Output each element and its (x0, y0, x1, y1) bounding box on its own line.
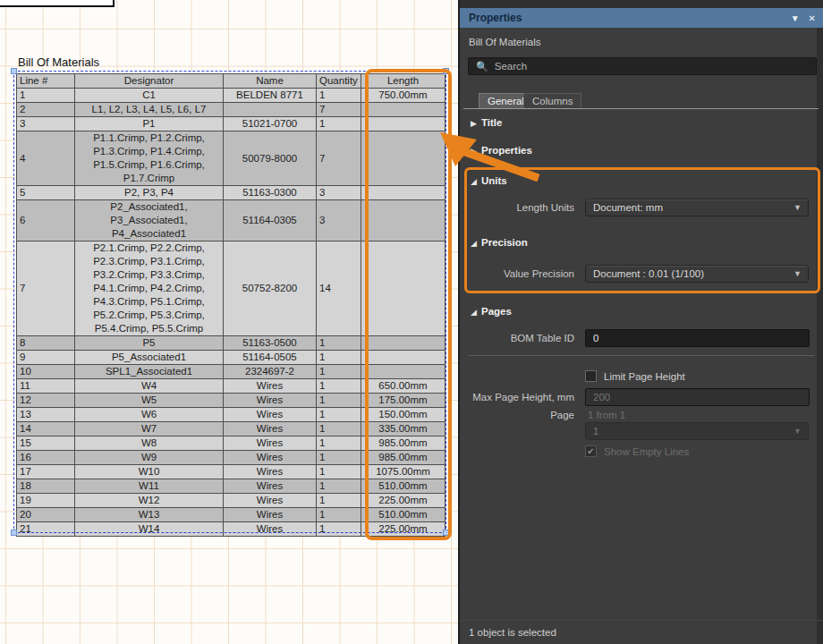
bom-title: Bill Of Materials (18, 55, 99, 69)
selected-object-kind: Bill Of Materials (469, 37, 541, 47)
panel-right-strip (817, 28, 823, 644)
panel-title: Properties (469, 12, 522, 24)
selection-handle[interactable] (11, 68, 17, 74)
tab-divider (463, 108, 819, 109)
selection-handle[interactable] (443, 530, 449, 536)
value-precision-label: Value Precision (460, 268, 574, 279)
drawing-canvas[interactable]: Bill Of Materials Line #DesignatorNameQu… (0, 0, 458, 644)
show-empty-lines-row: ✔ Show Empty Lines (585, 445, 689, 457)
search-input[interactable]: 🔍 Search (468, 57, 817, 75)
limit-page-height-checkbox[interactable]: ✔ (585, 370, 597, 382)
max-page-height-input: 200 (585, 388, 810, 406)
panel-header: Properties ▼ ✕ (460, 8, 823, 28)
tab-columns[interactable]: Columns (523, 93, 581, 108)
search-icon: 🔍 (476, 61, 488, 72)
section-pages[interactable]: ◢Pages (471, 306, 512, 317)
show-empty-lines-label: Show Empty Lines (604, 446, 689, 457)
limit-page-height-row[interactable]: ✔ Limit Page Height (585, 370, 685, 382)
section-precision[interactable]: ◢Precision (471, 237, 528, 248)
panel-close-icon[interactable]: ✕ (809, 13, 816, 23)
page-label: Page (460, 410, 574, 420)
section-properties[interactable]: ▶Properties (471, 145, 532, 156)
show-empty-lines-checkbox: ✔ (585, 445, 597, 457)
value-precision-dropdown[interactable]: Document : 0.01 (1/100) ▼ (585, 265, 809, 283)
pages-divider (469, 355, 814, 356)
chevron-expanded-icon: ◢ (471, 239, 481, 248)
search-placeholder: Search (495, 61, 527, 72)
selection-handle[interactable] (443, 68, 449, 74)
selection-outline[interactable] (13, 71, 446, 533)
chevron-expanded-icon: ◢ (471, 308, 481, 317)
sheet-object-rectangle (0, 0, 115, 7)
selection-handle[interactable] (11, 530, 17, 536)
chevron-right-icon: ▶ (471, 147, 481, 156)
chevron-down-icon: ▼ (793, 203, 802, 212)
panel-status-bar: 1 object is selected (460, 620, 823, 644)
section-title[interactable]: ▶Title (471, 117, 502, 128)
length-units-label: Length Units (460, 202, 574, 213)
bom-table-id-label: BOM Table ID (460, 333, 574, 343)
chevron-right-icon: ▶ (471, 119, 481, 128)
properties-panel: Properties ▼ ✕ Bill Of Materials 🔍 Searc… (458, 0, 823, 644)
panel-menu-caret-icon[interactable]: ▼ (791, 13, 800, 23)
status-text: 1 object is selected (469, 627, 556, 638)
section-units[interactable]: ◢Units (471, 175, 507, 186)
chevron-expanded-icon: ◢ (471, 177, 481, 186)
chevron-down-icon: ▼ (793, 269, 802, 278)
page-info: 1 from 1 (588, 410, 625, 420)
page-dropdown: 1 ▼ (585, 422, 809, 440)
bom-table-id-input[interactable]: 0 (585, 329, 810, 347)
length-units-dropdown[interactable]: Document: mm ▼ (585, 199, 809, 216)
chevron-down-icon: ▼ (793, 427, 802, 436)
panel-top-strip (460, 0, 823, 8)
max-page-height-label: Max Page Height, mm (460, 392, 574, 402)
limit-page-height-label: Limit Page Height (604, 371, 685, 382)
